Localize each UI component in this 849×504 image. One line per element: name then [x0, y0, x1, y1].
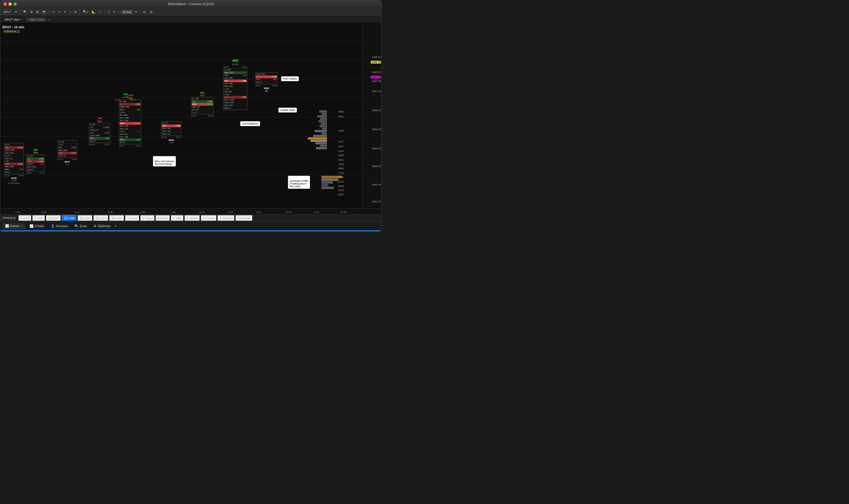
candle-cluster-8: 995 14.2K 46.49 53.51 0 x 241 268 x 1277…: [223, 58, 247, 110]
chart-title: EPU7 - 15 min: [2, 25, 24, 29]
home-tab-close[interactable]: ×: [21, 224, 23, 228]
bottom-tab-charts[interactable]: 📈 Charts: [27, 223, 47, 229]
cluster-row: 13 x 0: [89, 140, 109, 143]
chart-main[interactable]: EPU7 - 15 min VI(Bid/Ask,1) 0 x 8 525x 6…: [0, 23, 362, 209]
price-axis: 2489.00 2488.75 2488.00 2487.75 2487.50 …: [362, 23, 381, 209]
toolbar-draw[interactable]: ✎: [112, 10, 117, 14]
font-down[interactable]: A↓: [149, 10, 155, 14]
cluster-row: 907 x 328: [119, 119, 141, 122]
cluster-row: 814 x 1387: [119, 116, 141, 119]
toolbar-undo[interactable]: ↩: [51, 10, 56, 14]
bottom-tab-account[interactable]: 👤 Account: [48, 223, 70, 229]
timeframe-selector[interactable]: 15 min: [121, 10, 133, 14]
toolbar-pointer[interactable]: ↕: [68, 10, 72, 14]
time-tick-800: 8:00: [42, 211, 47, 214]
toolbar-text-tool[interactable]: T: [107, 10, 111, 14]
tf-2week[interactable]: 2 week: [201, 215, 216, 221]
toolbar-dropdown[interactable]: ▾: [14, 10, 18, 14]
toolbar-cross[interactable]: ✕: [63, 10, 67, 14]
cluster-total6: 4644: [161, 139, 181, 141]
timeframe-dropdown[interactable]: ▾: [134, 10, 138, 14]
tf-1min[interactable]: 1 min: [18, 215, 32, 221]
tf-10min[interactable]: 10 min: [46, 215, 61, 221]
cluster-row: 370 x 349: [27, 166, 44, 168]
tf-30min[interactable]: 30 min: [93, 215, 108, 221]
cluster-row: x 127: [58, 144, 76, 146]
symbol-display[interactable]: EPU7: [2, 10, 13, 14]
toolbar-measure[interactable]: 📐: [90, 10, 97, 14]
cluster-header8: 995: [223, 58, 247, 62]
cluster-row: 136 x 0: [27, 168, 44, 171]
sp-bar-2: [322, 178, 339, 181]
traffic-lights: [3, 2, 17, 6]
cluster-row: 20 x 0: [119, 141, 141, 144]
add-bottom-tab-button[interactable]: +: [114, 224, 117, 229]
tf-1day[interactable]: 1 day: [171, 215, 184, 221]
price-2483: 2483.00: [372, 165, 381, 167]
account-tab-label: Account: [56, 224, 68, 228]
cluster-header: 228: [26, 148, 45, 151]
toolbar-grid[interactable]: ⊞: [29, 10, 34, 14]
cluster-high8: 53.51: [242, 66, 247, 68]
tab-ymu7[interactable]: YMU7 15m: [26, 17, 47, 22]
price-2485: 2485.00: [372, 128, 381, 131]
cluster-row: 1211x 504: [162, 125, 181, 127]
tf-1month[interactable]: 1 month: [217, 215, 235, 221]
cluster-row: 946 x416: [5, 168, 23, 171]
cluster-row: 509 x184: [119, 138, 141, 141]
cluster-row: 1177x 932: [256, 75, 277, 78]
charts-tab-label: Charts: [35, 224, 44, 228]
close-button[interactable]: [3, 2, 7, 6]
font-up[interactable]: A↑: [142, 10, 148, 14]
time-tick-1000: 10:00: [285, 211, 292, 214]
tf-1hour[interactable]: 1 hour: [125, 215, 140, 221]
cluster-row: 900 x 893: [58, 149, 76, 152]
toolbar-redo[interactable]: ↪: [57, 10, 62, 14]
tab-epu7[interactable]: EPU7 15m* ×: [2, 17, 25, 22]
callout-poc-text: POC Outline: [283, 77, 297, 80]
cluster-high5: 54.21: [136, 145, 141, 147]
bottom-tab-scan[interactable]: 🔍 Scan: [72, 223, 90, 229]
toolbar-link[interactable]: ⛓: [35, 10, 40, 14]
tf-45min[interactable]: 45 min: [109, 215, 124, 221]
toolbar-camera[interactable]: 📷: [41, 10, 47, 14]
maximize-button[interactable]: [13, 2, 17, 6]
tf-5min[interactable]: 5 min: [32, 215, 46, 221]
toolbar-search[interactable]: 🔍: [22, 10, 28, 14]
tf-2hour[interactable]: 2 hour: [140, 215, 155, 221]
cluster-row: 111 x 423: [119, 136, 141, 138]
time-tick-815: 8:15: [74, 211, 79, 214]
cluster-high: 36.80: [18, 174, 24, 177]
minimize-button[interactable]: [8, 2, 12, 6]
cluster-header-940: 940: [115, 93, 136, 96]
sep5: [119, 10, 119, 15]
grid-line: [0, 98, 362, 98]
bottom-tab-home[interactable]: 📊 Home ×: [2, 223, 25, 229]
add-tab-button[interactable]: +: [48, 17, 50, 22]
cluster-subheader4: 7976: [89, 120, 110, 123]
wifi-icon: 📶: [3, 232, 7, 232]
cluster-row: 937 x324: [89, 137, 109, 140]
callout-ba-text: Bid x Ask VolumeBy Price Range: [155, 160, 174, 165]
cluster-row: 732x 408: [224, 79, 247, 82]
tf-15min[interactable]: 15 min: [62, 215, 77, 221]
tab-epu7-close[interactable]: ×: [21, 18, 23, 21]
link-icon: 🔗: [14, 232, 17, 232]
toolbar-arrows[interactable]: ⇄: [73, 10, 78, 14]
tf-3month[interactable]: 3 month: [235, 215, 253, 221]
cluster-row: 1214x 757: [89, 131, 109, 134]
tf-6hour[interactable]: 6 hour: [155, 215, 170, 221]
candle-cluster-940b: 940 11.2K 45.79 54.21: [115, 93, 136, 101]
cluster-row: 46 x 0: [5, 171, 23, 174]
cluster-row: 593 x 183: [162, 127, 181, 130]
cluster-size8: 14.2K: [223, 63, 247, 66]
tab-bar: EPU7 15m* × YMU7 15m +: [0, 16, 381, 23]
cluster-row: 1028 x955: [27, 163, 44, 166]
toolbar-plus[interactable]: ＋: [98, 10, 103, 14]
price-2488: 2488.00: [372, 71, 381, 74]
tf-20min[interactable]: 20 min: [77, 215, 93, 221]
tf-1week[interactable]: 1 week: [184, 215, 200, 221]
time-tick-915: 9:15: [199, 211, 204, 214]
bottom-tab-optimize[interactable]: ⚙ Optimize: [91, 223, 113, 229]
toolbar-zoom[interactable]: 🔍±: [82, 10, 89, 14]
